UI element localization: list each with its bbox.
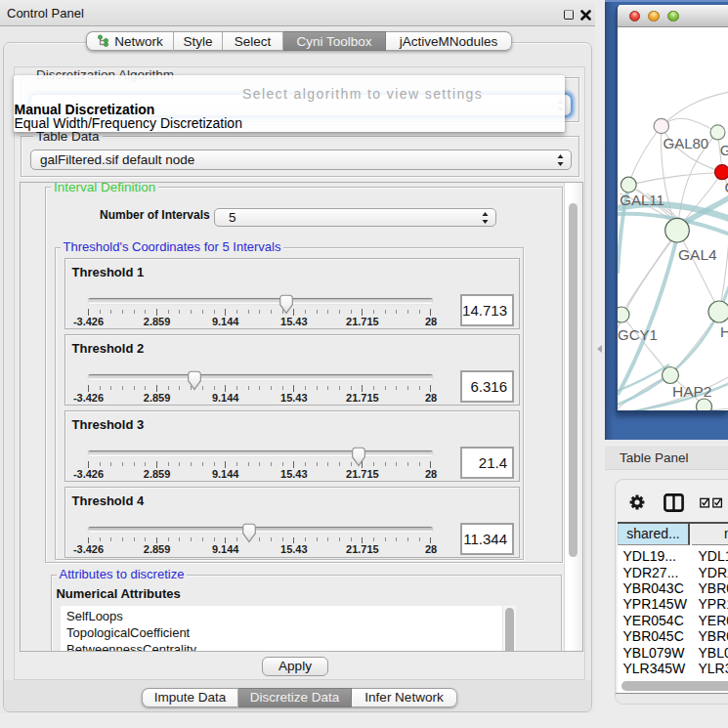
svg-text:GAL4: GAL4 [678, 246, 717, 263]
svg-text:C: C [725, 179, 728, 195]
svg-text:HAP2: HAP2 [672, 383, 712, 400]
svg-text:GAL11: GAL11 [620, 192, 664, 208]
svg-text:GAL80: GAL80 [664, 135, 709, 151]
svg-text:H: H [720, 323, 728, 340]
svg-text:GA: GA [720, 142, 728, 158]
svg-text:GCY1: GCY1 [618, 326, 658, 343]
